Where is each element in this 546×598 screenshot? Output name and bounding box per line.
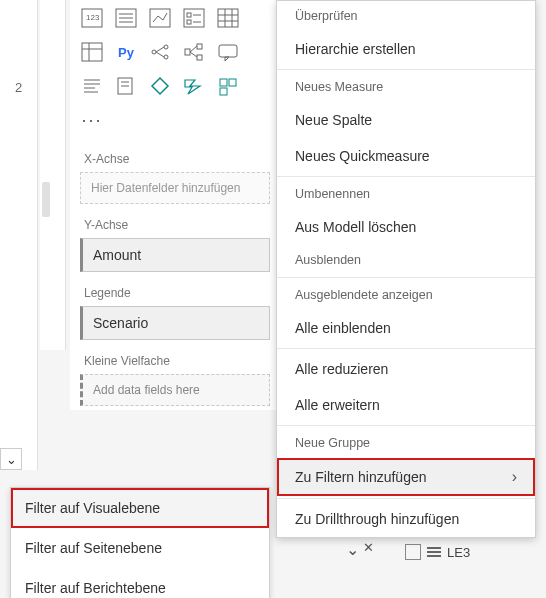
svg-text:123: 123 xyxy=(86,13,100,22)
x-axis-well[interactable]: Hier Datenfelder hinzufügen xyxy=(80,172,270,204)
viz-icon-table[interactable] xyxy=(214,4,242,32)
menu-delete-from-model[interactable]: Aus Modell löschen xyxy=(277,209,535,245)
page-thumbnail-strip: 2 ⌄ xyxy=(0,0,38,470)
table-field-icon xyxy=(427,547,441,557)
expand-button[interactable]: ⌄ xyxy=(0,448,22,470)
svg-rect-26 xyxy=(197,44,202,49)
svg-point-21 xyxy=(164,45,168,49)
viz-icon-kpi[interactable] xyxy=(146,4,174,32)
checkbox-icon[interactable] xyxy=(405,544,421,560)
svg-rect-42 xyxy=(229,79,236,86)
menu-separator xyxy=(277,277,535,278)
y-axis-well[interactable]: Amount xyxy=(80,238,270,272)
chevron-right-icon: › xyxy=(512,468,517,486)
y-axis-label: Y-Achse xyxy=(70,208,280,238)
menu-rename[interactable]: Umbenennen xyxy=(277,179,535,209)
field-label: LE3 xyxy=(447,545,470,560)
viz-icon-automate[interactable] xyxy=(180,72,208,100)
menu-new-measure[interactable]: Neues Measure xyxy=(277,72,535,102)
svg-line-23 xyxy=(156,47,164,52)
menu-add-to-filters[interactable]: Zu Filtern hinzufügen › xyxy=(277,458,535,496)
viz-type-grid: 123 Py ··· xyxy=(70,0,280,142)
field-item-le3[interactable]: LE3 xyxy=(405,544,470,560)
viz-icon-decomposition[interactable] xyxy=(180,38,208,66)
svg-point-20 xyxy=(152,50,156,54)
menu-new-column[interactable]: Neue Spalte xyxy=(277,102,535,138)
svg-rect-10 xyxy=(187,20,191,24)
page-number: 2 xyxy=(0,80,37,95)
svg-line-29 xyxy=(190,52,197,57)
menu-separator xyxy=(277,498,535,499)
menu-hide[interactable]: Ausblenden xyxy=(277,245,535,275)
close-icon[interactable]: ✕ xyxy=(363,540,374,559)
viz-icon-paginated[interactable] xyxy=(112,72,140,100)
svg-rect-12 xyxy=(218,9,238,27)
filter-level-menu: Filter auf Visualebene Filter auf Seiten… xyxy=(10,487,270,598)
menu-add-to-drillthrough[interactable]: Zu Drillthrough hinzufügen xyxy=(277,501,535,537)
svg-point-22 xyxy=(164,55,168,59)
viz-icon-matrix[interactable] xyxy=(78,38,106,66)
menu-add-to-filters-label: Zu Filtern hinzufügen xyxy=(295,469,427,485)
menu-show-hidden[interactable]: Ausgeblendete anzeigen xyxy=(277,280,535,310)
svg-rect-25 xyxy=(185,49,190,55)
viz-icon-key-influencers[interactable] xyxy=(146,38,174,66)
menu-separator xyxy=(277,69,535,70)
viz-icon-qa[interactable] xyxy=(214,38,242,66)
menu-check[interactable]: Überprüfen xyxy=(277,1,535,31)
panel-resize-handle[interactable] xyxy=(42,182,50,217)
svg-marker-39 xyxy=(152,78,168,94)
viz-icon-card[interactable]: 123 xyxy=(78,4,106,32)
viz-icon-narrative[interactable] xyxy=(78,72,106,100)
filter-page-level[interactable]: Filter auf Seitenebene xyxy=(11,528,269,568)
viz-icon-more[interactable]: ··· xyxy=(78,106,106,134)
menu-collapse-all[interactable]: Alle reduzieren xyxy=(277,351,535,387)
menu-expand-all[interactable]: Alle erweitern xyxy=(277,387,535,423)
svg-line-28 xyxy=(190,46,197,52)
svg-rect-43 xyxy=(220,88,227,95)
viz-icon-python[interactable]: Py xyxy=(112,38,140,66)
field-context-menu: Überprüfen Hierarchie erstellen Neues Me… xyxy=(276,0,536,538)
filter-report-level[interactable]: Filter auf Berichtebene xyxy=(11,568,269,598)
menu-separator xyxy=(277,348,535,349)
svg-rect-8 xyxy=(187,13,191,17)
visualizations-panel: 123 Py ··· X-Achse Hier Datenfelder hinz… xyxy=(70,0,280,410)
small-multiples-label: Kleine Vielfache xyxy=(70,344,280,374)
menu-create-hierarchy[interactable]: Hierarchie erstellen xyxy=(277,31,535,67)
chevron-down-icon: ⌄ xyxy=(6,452,17,467)
x-axis-label: X-Achse xyxy=(70,142,280,172)
menu-separator xyxy=(277,425,535,426)
field-well-controls: ⌄ ✕ xyxy=(346,540,374,559)
filter-visual-level[interactable]: Filter auf Visualebene xyxy=(11,488,269,528)
svg-marker-40 xyxy=(185,80,200,94)
menu-new-group[interactable]: Neue Gruppe xyxy=(277,428,535,458)
svg-rect-17 xyxy=(82,43,102,61)
legend-well[interactable]: Scenario xyxy=(80,306,270,340)
collapsed-panel-strip[interactable] xyxy=(40,0,66,350)
svg-rect-41 xyxy=(220,79,227,86)
menu-unhide-all[interactable]: Alle einblenden xyxy=(277,310,535,346)
svg-rect-27 xyxy=(197,55,202,60)
legend-label: Legende xyxy=(70,276,280,306)
svg-marker-31 xyxy=(225,57,229,61)
small-multiples-well[interactable]: Add data fields here xyxy=(80,374,270,406)
viz-icon-slicer[interactable] xyxy=(180,4,208,32)
svg-rect-30 xyxy=(219,45,237,57)
viz-icon-custom[interactable] xyxy=(214,72,242,100)
viz-icon-multirow[interactable] xyxy=(112,4,140,32)
svg-line-24 xyxy=(156,52,164,57)
viz-icon-powerapps[interactable] xyxy=(146,72,174,100)
menu-new-quickmeasure[interactable]: Neues Quickmeasure xyxy=(277,138,535,174)
menu-separator xyxy=(277,176,535,177)
chevron-down-icon[interactable]: ⌄ xyxy=(346,540,359,559)
